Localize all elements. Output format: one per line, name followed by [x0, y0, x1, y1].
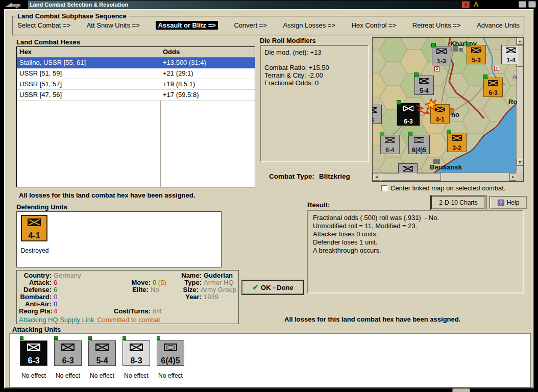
map-hscrollbar[interactable]	[373, 173, 517, 181]
charts-button[interactable]: 2-D-10 Charts	[431, 196, 485, 209]
tray-icon[interactable]	[519, 1, 526, 8]
screen: Land Combat Selection & Resolution × A L…	[0, 0, 538, 392]
hex-row[interactable]: Stalino, USSR [55, 61] +13.500 (31:4)	[17, 58, 255, 68]
unit-symbol	[27, 344, 40, 351]
info-value-bombard: 0	[52, 293, 112, 301]
tray-icon[interactable]	[528, 1, 536, 8]
window-title: Land Combat Selection & Resolution	[30, 2, 462, 8]
unit-counter[interactable]: 6-3	[54, 340, 82, 366]
hex-control-marker: 2	[494, 66, 499, 71]
info-footer: Attacking HQ Supply LinkCommitted to com…	[19, 316, 236, 324]
center-map-checkbox[interactable]	[381, 185, 388, 191]
unit-strength: 8-3	[130, 356, 142, 365]
info-value-defense: 6	[52, 286, 110, 293]
attacker-unit: 5-4 No effect	[88, 336, 116, 379]
losses-message-left: All losses for this land combat hex have…	[19, 191, 195, 199]
supply-link-status: Attacking HQ Supply Link	[19, 316, 94, 324]
control-markers: 2 2	[373, 38, 517, 174]
hex-row[interactable]: USSR [51, 57] +19 (8.5:1)	[17, 79, 255, 90]
subphase-steps: Select Combat => Att Snow Units => Assau…	[13, 20, 524, 30]
checkbox-label: Center linked map on selected combat.	[390, 184, 505, 192]
info-label-antiair: Anti-Air:	[19, 301, 52, 308]
combat-type-label: Combat Type:	[269, 173, 314, 180]
info-label-country: Country:	[19, 272, 52, 279]
app-icon[interactable]	[4, 1, 25, 9]
hex-cell-name: Stalino, USSR [55, 61]	[17, 58, 160, 68]
info-value-type: Armor HQ	[202, 279, 234, 286]
info-value-attack: 6	[52, 279, 112, 286]
hex-cell-odds: +13.500 (31:4)	[160, 58, 255, 68]
unit-symbol	[28, 218, 41, 226]
unit-symbol	[61, 344, 75, 351]
section-title-attacking-units: Attacking Units	[12, 326, 61, 333]
unit-status: No effect	[158, 372, 183, 379]
scrollbar-corner	[516, 173, 523, 181]
center-map-option: Center linked map on selected combat.	[381, 184, 505, 192]
top-strip: Land Combat Selection & Resolution × A	[0, 0, 538, 9]
info-row: Defense: 6 Elite: No Size: Army Group	[19, 286, 236, 293]
losses-message-right: All losses for this land combat hex have…	[284, 315, 460, 323]
section-title-result: Result:	[307, 201, 330, 209]
map-viewport[interactable]: Kharkov Rost Berdiansk no ne 1-3	[373, 38, 517, 174]
ok-done-button[interactable]: OK - Done	[242, 280, 304, 295]
hex-row[interactable]: USSR [51, 59] +21 (29:1)	[17, 68, 255, 79]
section-title-combat-hexes: Land Combat Hexes	[16, 38, 80, 46]
window-titlebar[interactable]: Land Combat Selection & Resolution ×	[28, 1, 471, 9]
unit-counter[interactable]: 8-3	[123, 340, 150, 366]
ok-done-label: OK - Done	[261, 284, 294, 291]
hex-cell-odds: +19 (8.5:1)	[160, 79, 255, 89]
die-detail-line: Terrain & City: -2.00	[264, 71, 364, 79]
bottom-tab[interactable]	[452, 388, 470, 392]
map-vscrollbar[interactable]	[516, 38, 523, 174]
column-header-odds: Odds	[160, 47, 255, 57]
hex-cell-odds: +21 (29:1)	[160, 68, 255, 79]
hex-control-marker: 2	[434, 66, 439, 71]
info-label-type: Type:	[181, 279, 202, 286]
unit-strength: 6(4)5	[161, 356, 180, 365]
info-value-move: 0 (5)	[151, 279, 181, 286]
subphase-step: Convert =>	[234, 21, 266, 29]
info-label-move: Move:	[112, 279, 151, 286]
explosion-icon	[425, 99, 437, 111]
hex-cell-name: USSR [51, 59]	[17, 68, 160, 79]
vscroll-thumb[interactable]	[517, 45, 523, 67]
info-value-year: 1939	[202, 293, 218, 301]
land-combat-window: Land Combat Subphase Sequence Select Com…	[4, 9, 534, 388]
unit-counter[interactable]: 6(4)5	[157, 340, 184, 366]
info-value-elite: No	[149, 286, 178, 293]
die-net-line: Die mod. (net): +13	[264, 48, 364, 56]
info-value-size: Army Group	[199, 286, 236, 293]
scroll-down-button[interactable]	[517, 159, 523, 166]
info-value-reorg: 4	[52, 308, 112, 315]
info-spacer	[151, 293, 181, 301]
unit-counter[interactable]: 6-3	[20, 340, 47, 366]
scroll-left-button[interactable]	[373, 173, 380, 181]
unit-symbol	[130, 344, 143, 351]
subphase-step: Assign Losses =>	[283, 21, 335, 29]
combat-hexes-table[interactable]: Hex Odds Stalino, USSR [55, 61] +13.500 …	[16, 46, 255, 187]
unit-status: Destroyed	[21, 247, 49, 254]
unit-counter[interactable]: 5-4	[88, 340, 116, 366]
result-line: Unmodified roll = 11, Modified = 23.	[313, 222, 518, 230]
hex-cell-name: USSR [47, 56]	[17, 90, 160, 100]
attacker-unit: 6(4)5 No effect	[157, 336, 184, 379]
die-modifiers-panel: Die mod. (net): +13 Combat Ratio: +15.50…	[260, 45, 369, 162]
help-button[interactable]: Help	[490, 196, 527, 209]
subphase-groupbox: Land Combat Subphase Sequence Select Com…	[12, 12, 525, 36]
info-value-country: Germany	[52, 272, 112, 279]
attacker-unit: 6-3 No effect	[20, 336, 47, 379]
map-panel: Kharkov Rost Berdiansk no ne 1-3	[372, 37, 524, 182]
move-max: (5)	[158, 279, 166, 286]
subphase-step: Retreat Units =>	[412, 21, 461, 29]
unit-status: No effect	[21, 372, 46, 379]
hex-row[interactable]: USSR [47, 56] +17 (59.5:8)	[17, 90, 255, 101]
subphase-legend: Land Combat Subphase Sequence	[15, 12, 129, 20]
scroll-up-button[interactable]	[517, 38, 523, 45]
unit-counter[interactable]: 4-1	[21, 215, 47, 241]
close-button[interactable]: ×	[462, 2, 470, 8]
subphase-step: Assault or Blitz =>	[156, 21, 217, 30]
info-row: Attack: 6 Move: 0 (5) Type: Armor HQ	[19, 279, 236, 286]
result-line: Attacker loses 0 units.	[313, 230, 518, 238]
unit-strength: 5-4	[96, 356, 108, 365]
hscroll-thumb[interactable]	[381, 173, 441, 181]
